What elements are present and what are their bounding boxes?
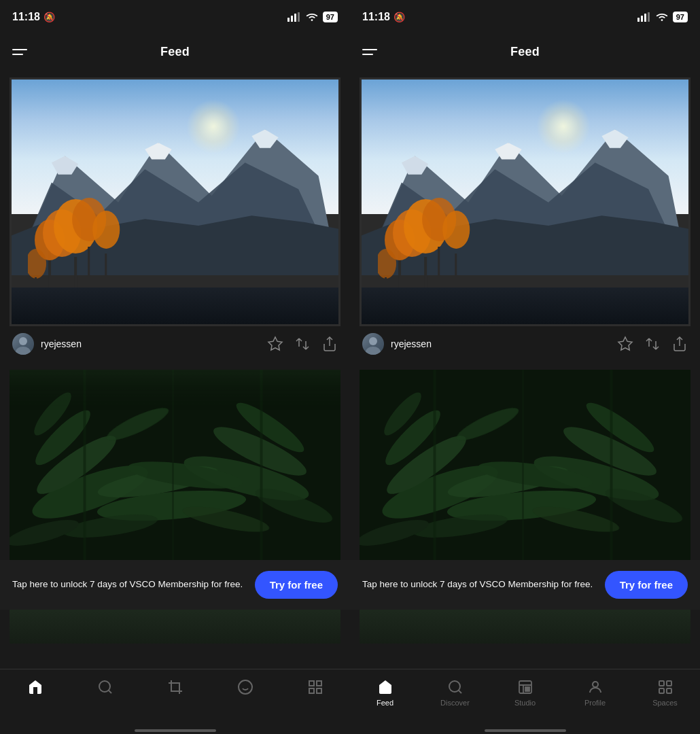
share-icon-right[interactable] [671,336,688,352]
nav-studio-right[interactable]: Studio [490,676,560,710]
mountain-post-right: ryejessen [360,77,690,362]
face-icon-left [237,679,253,695]
wifi-icon-right [655,10,669,24]
svg-rect-105 [659,681,664,686]
studio-icon-right [517,679,533,695]
svg-rect-97 [434,370,436,560]
bell-icon-right: 🔕 [393,12,405,22]
svg-marker-24 [268,337,282,350]
photo-frame-right[interactable] [360,77,690,326]
action-icons-left [267,336,338,352]
svg-point-48 [239,680,252,694]
avatar-inner-right [362,333,384,355]
nav-grid-left[interactable] [280,676,350,698]
fern-post-left [10,370,340,560]
svg-point-46 [99,681,110,692]
mountain-post-left: ryejessen [10,77,340,362]
nav-crop-left[interactable] [140,676,210,698]
nav-feed-right[interactable]: Feed [350,676,420,710]
post-actions-left: ryejessen [10,326,340,362]
post-user-right[interactable]: ryejessen [362,333,617,355]
nav-search-left[interactable] [70,676,140,698]
svg-point-22 [19,337,27,345]
nav-profile-right[interactable]: Profile [560,676,630,710]
status-icons-left: 97 [287,10,338,24]
svg-line-101 [458,691,461,693]
fern-post-right [360,370,690,560]
svg-point-77 [369,337,377,345]
svg-point-104 [593,682,598,687]
status-time-right: 11:18 🔕 [362,11,405,23]
trees-svg [28,182,273,304]
svg-point-4 [311,19,313,21]
fern-scene-right [360,370,690,560]
nav-spaces-right[interactable]: Spaces [630,676,700,710]
nav-profile-label: Profile [584,699,606,707]
user-avatar-left [12,333,34,355]
svg-marker-79 [618,337,632,350]
svg-line-47 [108,691,111,693]
svg-point-18 [92,211,120,249]
menu-button-right[interactable] [362,49,377,55]
star-icon-right[interactable] [617,336,633,352]
svg-rect-107 [659,688,664,693]
try-free-button-right[interactable]: Try for free [605,571,688,599]
post-user-left[interactable]: ryejessen [12,333,267,355]
svg-rect-108 [667,688,671,693]
crop-icon-left [167,679,183,695]
signal-icon-right [637,10,651,24]
photo-frame-left[interactable] [10,77,340,326]
status-time-left: 11:18 🔕 [12,11,55,23]
repost-icon-right[interactable] [644,336,661,352]
wifi-icon [305,10,319,24]
try-free-button-left[interactable]: Try for free [255,571,338,599]
fern-scene-left [10,370,340,560]
svg-rect-52 [317,681,321,686]
nav-discover-right[interactable]: Discover [420,676,490,710]
svg-rect-56 [641,16,643,22]
svg-rect-2 [294,14,296,22]
svg-rect-53 [309,688,314,693]
menu-line-2 [12,54,23,55]
svg-rect-99 [610,370,613,560]
repost-icon-left[interactable] [294,336,311,352]
svg-rect-98 [522,370,524,560]
header-title-right: Feed [510,45,540,59]
post-actions-right: ryejessen [360,326,690,362]
svg-point-78 [366,347,381,355]
menu-button-left[interactable] [12,49,27,55]
svg-rect-54 [317,688,321,693]
search-icon-right [447,679,463,695]
star-icon-left[interactable] [267,336,283,352]
svg-point-59 [661,19,663,21]
svg-rect-103 [525,687,529,691]
svg-rect-51 [309,681,314,686]
svg-rect-3 [298,12,300,22]
svg-rect-0 [287,18,290,22]
mountain-photo-right [362,80,688,324]
svg-rect-58 [648,12,650,22]
search-icon-left [97,679,113,695]
bell-icon: 🔕 [43,12,55,22]
banner-text-right: Tap here to unlock 7 days of VSCO Member… [362,578,597,591]
profile-icon-right [587,679,603,695]
content-area-left: ryejessen [0,69,350,669]
membership-banner-right: Tap here to unlock 7 days of VSCO Member… [350,560,700,610]
menu-line-1 [12,49,27,50]
action-icons-right [617,336,688,352]
fern-photo-left[interactable] [10,370,340,560]
fern-photo-right[interactable] [360,370,690,560]
bottom-nav-right: Feed Discover Studio Profile [350,669,700,730]
mountain-scene-right [362,80,688,324]
menu-line-r2 [362,54,373,55]
banner-text-left: Tap here to unlock 7 days of VSCO Member… [12,578,247,591]
app-header-left: Feed [0,34,350,69]
avatar-inner [12,333,34,355]
time-text: 11:18 [12,11,40,23]
nav-face-left[interactable] [210,676,280,698]
fern-svg [10,370,340,560]
fern-svg-right [360,370,690,560]
nav-home-left[interactable] [0,676,70,698]
ground-layer-right [362,287,688,324]
share-icon-left[interactable] [321,336,338,352]
